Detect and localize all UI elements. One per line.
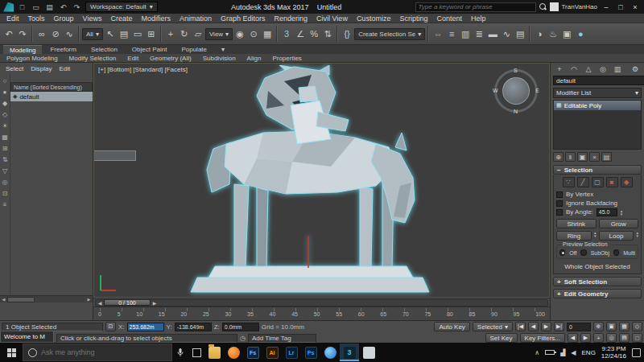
maximize-button[interactable]: □ (615, 2, 626, 12)
scene-explorer-menu-edit[interactable]: Edit (59, 65, 70, 72)
shrink-button[interactable]: Shrink (556, 219, 597, 228)
by-angle-value-field[interactable] (597, 208, 617, 216)
new-scene-icon[interactable]: □ (17, 2, 27, 12)
menu-rendering[interactable]: Rendering (275, 14, 308, 23)
modify-tab-icon[interactable]: ◠ (568, 64, 580, 74)
selection-filter-dropdown[interactable]: All ▾ (82, 28, 103, 40)
battery-icon[interactable] (545, 350, 555, 355)
ribbon-panel-properties[interactable]: Properties (272, 55, 301, 62)
select-and-manipulate-icon[interactable]: ⊙ (247, 27, 260, 41)
select-and-rotate-icon[interactable]: ↻ (178, 27, 191, 41)
dope-sheet-icon[interactable]: ▤ (514, 27, 526, 41)
ribbon-panel-align[interactable]: Align (247, 55, 262, 62)
key-filters-button[interactable]: Key Filters... (520, 333, 565, 343)
make-unique-icon[interactable]: ▣ (577, 152, 588, 162)
compass-inner[interactable] (502, 77, 530, 105)
network-icon[interactable]: ▟ (560, 349, 565, 356)
spinner-snap-icon[interactable]: ⇅ (321, 27, 334, 41)
compass-south[interactable]: S (514, 68, 518, 73)
select-by-name-icon[interactable]: ▤ (118, 27, 130, 41)
selection-lock-icon[interactable]: ⊡ (105, 322, 116, 331)
spinner-arrows[interactable]: ▴ ▾ (621, 209, 623, 216)
view-cube[interactable]: S E N W (494, 69, 538, 113)
welcome-window-titlebar[interactable]: Welcome to M (0, 331, 54, 343)
render-production-icon[interactable]: ● (574, 27, 587, 41)
time-slider[interactable]: ◀ 0 / 100 ▶ (93, 298, 550, 306)
angle-snap-icon[interactable]: ∠ (294, 27, 307, 41)
vertex-icon[interactable]: ∵ (563, 177, 575, 187)
scrollbar-thumb[interactable] (7, 297, 35, 302)
z-coordinate-field[interactable] (222, 323, 259, 331)
go-to-start-icon[interactable]: |◀ (515, 322, 526, 331)
snaps-toggle-icon[interactable]: 3 (280, 27, 293, 41)
key-mode-dropdown[interactable]: Selected ▾ (473, 322, 513, 331)
taskbar-app-file-explorer[interactable] (204, 343, 224, 361)
avatar[interactable] (550, 2, 559, 11)
menu-help[interactable]: Help (471, 14, 486, 23)
menu-scripting[interactable]: Scripting (399, 14, 427, 23)
window-crossing-icon[interactable]: ⊞ (145, 27, 158, 41)
time-slider-handle[interactable]: 0 / 100 (104, 299, 151, 306)
redo-icon[interactable]: ↷ (72, 2, 82, 12)
loop-button[interactable]: Loop (599, 231, 634, 241)
display-none-icon[interactable]: ○ (1, 76, 10, 85)
filter-icon[interactable]: ▽ (1, 167, 10, 175)
zoom-region-icon[interactable]: □ (632, 333, 642, 343)
previous-key-icon[interactable]: ◀ (568, 333, 578, 343)
find-icon[interactable]: ◎ (1, 178, 10, 187)
ribbon-tab-populate[interactable]: Populate (175, 45, 213, 54)
loop-spinner[interactable]: ▴ ▾ (636, 231, 638, 241)
undo-icon[interactable]: ↶ (58, 2, 68, 12)
edit-geometry-rollout-header[interactable]: + Edit Geometry (553, 289, 642, 298)
by-angle-checkbox[interactable] (556, 209, 563, 216)
edit-named-selection-sets-icon[interactable]: {} (341, 27, 353, 41)
display-lights-icon[interactable]: ☀ (1, 121, 10, 130)
scene-explorer-menu-select[interactable]: Select (6, 65, 23, 72)
render-setup-icon[interactable]: ♨ (547, 27, 559, 41)
ribbon-panel-subdivision[interactable]: Subdivision (203, 55, 236, 62)
y-coordinate-field[interactable] (175, 323, 212, 331)
curve-editor-icon[interactable]: ∿ (500, 27, 513, 41)
reference-coordinate-dropdown[interactable]: View ▾ (205, 28, 233, 40)
configure-modifier-sets-icon[interactable]: ▤ (601, 152, 612, 162)
microphone-icon[interactable] (172, 343, 188, 362)
taskbar-search-input[interactable] (41, 348, 154, 356)
menu-civil-view[interactable]: Civil View (316, 14, 348, 23)
display-shapes-icon[interactable]: ◇ (1, 110, 10, 119)
gear-icon[interactable]: ≡ (1, 200, 10, 209)
remove-modifier-icon[interactable]: × (589, 152, 600, 162)
taskbar-app-firefox[interactable] (224, 343, 243, 361)
zoom-icon[interactable]: ⊕ (593, 322, 604, 331)
save-file-icon[interactable]: ▤ (44, 2, 55, 12)
spin-down-icon[interactable]: ▾ (621, 212, 623, 216)
open-file-icon[interactable]: ▭ (31, 2, 41, 12)
taskbar-app-browser[interactable] (320, 343, 340, 361)
pin-stack-icon[interactable]: ⊕ (553, 152, 564, 162)
ribbon-minimize-icon[interactable]: ▾ (215, 45, 231, 54)
ribbon-panel-polygon-modeling[interactable]: Polygon Modeling (6, 55, 58, 62)
go-to-end-icon[interactable]: ▶| (554, 322, 564, 331)
compass-east[interactable]: E (535, 88, 539, 93)
rendered-frame-window-icon[interactable]: ▣ (560, 27, 573, 41)
set-key-button[interactable]: Set Key (485, 333, 518, 343)
track-bar[interactable]: 0 5 10 15 20 25 30 35 40 45 50 55 60 65 … (93, 306, 550, 320)
time-slider-track[interactable]: ◀ 0 / 100 ▶ (95, 299, 548, 306)
element-icon[interactable]: ◆ (621, 177, 633, 187)
preview-off-radio[interactable] (559, 249, 565, 256)
unlink-selection-icon[interactable]: ⊘ (49, 27, 62, 41)
ribbon-tab-object-paint[interactable]: Object Paint (126, 45, 174, 54)
toggle-layer-explorer-icon[interactable]: ≣ (473, 27, 485, 41)
workspace-selector[interactable]: Workspace: Default ▾ (85, 2, 158, 12)
display-all-icon[interactable]: ● (1, 88, 10, 97)
slate-material-editor-icon[interactable]: ◑ (533, 27, 546, 41)
redo-icon[interactable]: ↷ (16, 27, 29, 41)
percent-snap-icon[interactable]: % (308, 27, 320, 41)
modifier-stack[interactable]: ▦ Editable Poly (553, 100, 642, 150)
menu-modifiers[interactable]: Modifiers (141, 14, 171, 23)
grow-button[interactable]: Grow (599, 219, 639, 228)
modifier-list-dropdown[interactable]: Modifier List ▾ (553, 88, 642, 98)
viewport-bottom[interactable]: [+] [Bottom] [Standard] [Facets] S E N W (93, 63, 550, 298)
create-tab-icon[interactable]: + (554, 64, 565, 74)
previous-frame-icon[interactable]: ◀ (528, 322, 539, 331)
display-helpers-icon[interactable]: ⊞ (1, 144, 10, 153)
